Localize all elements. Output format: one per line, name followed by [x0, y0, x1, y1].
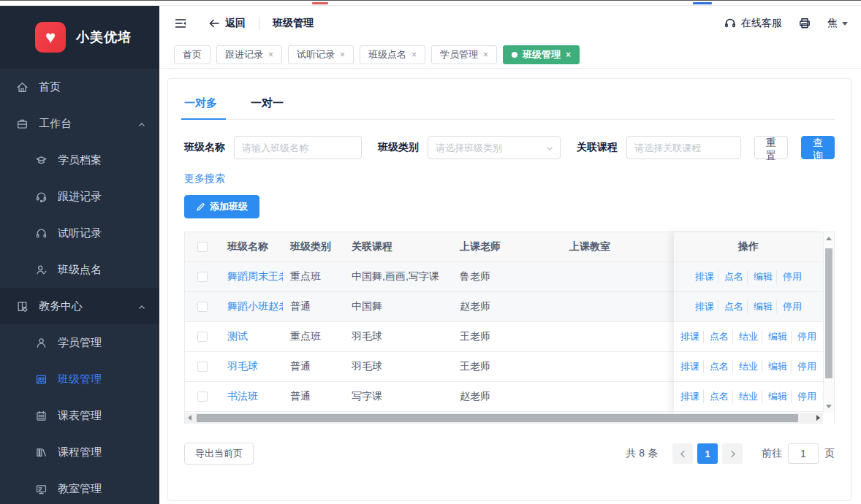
more-search-link[interactable]: 更多搜索 — [184, 172, 225, 186]
class-name-link[interactable]: 书法班 — [220, 390, 283, 403]
tab-one-to-one[interactable]: 一对一 — [251, 96, 284, 119]
row-checkbox[interactable] — [197, 302, 208, 312]
schedule-action[interactable]: 排课 — [680, 390, 699, 403]
reset-button[interactable]: 重置 — [754, 136, 788, 159]
edit-action[interactable]: 编辑 — [762, 390, 787, 403]
disable-action[interactable]: 停用 — [791, 330, 816, 343]
disable-action[interactable]: 停用 — [791, 390, 816, 403]
export-current-page-button[interactable]: 导出当前页 — [184, 443, 254, 465]
class-type-select[interactable] — [428, 136, 561, 159]
sidebar-group-workbench[interactable]: 工作台 — [0, 105, 159, 142]
brand-name: 小美优培 — [76, 28, 132, 46]
edit-action[interactable]: 编辑 — [747, 270, 773, 283]
schedule-action[interactable]: 排课 — [680, 360, 699, 373]
sidebar-item-label: 学员管理 — [58, 336, 146, 350]
close-icon[interactable]: × — [566, 50, 571, 59]
tab-audition-record[interactable]: 试听记录× — [288, 45, 354, 64]
sidebar-item-class-management[interactable]: 班级管理 — [0, 361, 159, 397]
sidebar-item-label: 教务中心 — [39, 299, 137, 313]
tab-follow-record[interactable]: 跟进记录× — [216, 45, 282, 64]
class-name-link[interactable]: 舞蹈周末王老 — [220, 270, 283, 283]
row-checkbox[interactable] — [197, 332, 208, 342]
row-checkbox[interactable] — [197, 272, 208, 282]
close-icon[interactable]: × — [411, 50, 417, 59]
tab-label: 首页 — [183, 48, 202, 61]
collapse-menu-icon[interactable] — [174, 17, 187, 30]
class-name-input[interactable] — [234, 136, 362, 159]
disable-action[interactable]: 停用 — [791, 360, 816, 373]
course-select[interactable] — [626, 136, 741, 159]
audition-record-icon — [35, 227, 48, 240]
scroll-right-arrow-icon[interactable] — [816, 415, 820, 421]
sidebar-item-home[interactable]: 首页 — [0, 69, 159, 105]
schedule-action[interactable]: 排课 — [695, 300, 714, 313]
scroll-left-arrow-icon[interactable] — [188, 415, 191, 421]
tab-home[interactable]: 首页 — [174, 45, 210, 64]
page-number-button[interactable]: 1 — [697, 443, 718, 464]
sidebar-group-academic-center[interactable]: 教务中心 — [0, 288, 159, 324]
select-all-checkbox[interactable] — [197, 242, 208, 252]
schedule-action[interactable]: 排课 — [695, 270, 714, 283]
sidebar-item-student-management[interactable]: 学员管理 — [0, 324, 159, 361]
class-name-link[interactable]: 羽毛球 — [220, 360, 283, 373]
sidebar-item-course-management[interactable]: 课程管理 — [0, 434, 159, 470]
graduate-action[interactable]: 结业 — [732, 360, 758, 373]
edit-action[interactable]: 编辑 — [762, 360, 787, 373]
course-label: 关联课程 — [577, 141, 618, 154]
close-icon[interactable]: × — [483, 50, 488, 59]
sidebar-item-label: 学员档案 — [58, 153, 146, 167]
sidebar-item-follow-record[interactable]: 跟进记录 — [0, 178, 159, 215]
disable-action[interactable]: 停用 — [776, 270, 802, 283]
vertical-scrollbar-thumb[interactable] — [825, 248, 832, 378]
add-class-button[interactable]: 添加班级 — [184, 195, 259, 218]
rollcall-action[interactable]: 点名 — [703, 330, 729, 343]
horizontal-scrollbar[interactable] — [185, 413, 823, 424]
schedule-action[interactable]: 排课 — [680, 330, 699, 343]
active-dot-icon — [512, 52, 517, 58]
class-name-link[interactable]: 测试 — [220, 330, 283, 343]
pagination: 共 8 条 1 前往 页 — [626, 443, 835, 464]
col-header-course: 关联课程 — [344, 240, 452, 253]
goto-page-input[interactable] — [788, 443, 819, 464]
rollcall-action[interactable]: 点名 — [718, 270, 743, 283]
tab-student-management[interactable]: 学员管理× — [431, 45, 497, 64]
scroll-down-arrow-icon[interactable] — [826, 405, 832, 408]
sidebar-item-audition-record[interactable]: 试听记录 — [0, 215, 159, 251]
tab-one-to-many[interactable]: 一对多 — [184, 96, 217, 119]
graduate-action[interactable]: 结业 — [732, 390, 758, 403]
sidebar-item-student-archive[interactable]: 学员档案 — [0, 142, 159, 178]
row-checkbox[interactable] — [197, 392, 208, 402]
disable-action[interactable]: 停用 — [776, 300, 802, 313]
row-actions: 排课 点名 编辑 停用 — [674, 291, 823, 321]
back-button[interactable]: 返回 — [208, 17, 246, 30]
sidebar-item-class-rollcall[interactable]: 班级点名 — [0, 251, 159, 288]
sidebar-item-label: 工作台 — [39, 117, 137, 131]
edit-action[interactable]: 编辑 — [762, 330, 787, 343]
sidebar-item-timetable-management[interactable]: 课表管理 — [0, 397, 159, 434]
prev-page-button[interactable] — [672, 443, 693, 464]
graduate-action[interactable]: 结业 — [732, 330, 758, 343]
user-menu[interactable]: 焦 — [827, 17, 848, 30]
row-checkbox[interactable] — [197, 362, 208, 372]
close-icon[interactable]: × — [268, 50, 273, 59]
class-name-link[interactable]: 舞蹈小班赵老 — [220, 300, 283, 313]
tab-class-rollcall[interactable]: 班级点名× — [360, 45, 425, 64]
printer-icon[interactable] — [798, 17, 811, 30]
search-button[interactable]: 查询 — [801, 136, 835, 159]
horizontal-scrollbar-thumb[interactable] — [197, 414, 798, 422]
rollcall-action[interactable]: 点名 — [703, 390, 729, 403]
rollcall-action[interactable]: 点名 — [718, 300, 743, 313]
edit-action[interactable]: 编辑 — [747, 300, 773, 313]
academic-center-icon — [16, 300, 29, 313]
tab-class-management-active[interactable]: 班级管理× — [503, 45, 580, 64]
sidebar-item-classroom-management[interactable]: 教室管理 — [0, 470, 159, 504]
next-page-button[interactable] — [722, 443, 743, 464]
rollcall-action[interactable]: 点名 — [703, 360, 729, 373]
close-icon[interactable]: × — [340, 50, 345, 59]
class-type-cell: 普通 — [283, 360, 344, 373]
scroll-up-arrow-icon[interactable] — [826, 237, 832, 240]
online-service-button[interactable]: 在线客服 — [724, 17, 782, 30]
col-header-room: 上课教室 — [562, 240, 675, 253]
tab-label: 班级点名 — [368, 48, 406, 61]
vertical-scrollbar[interactable] — [823, 232, 834, 413]
